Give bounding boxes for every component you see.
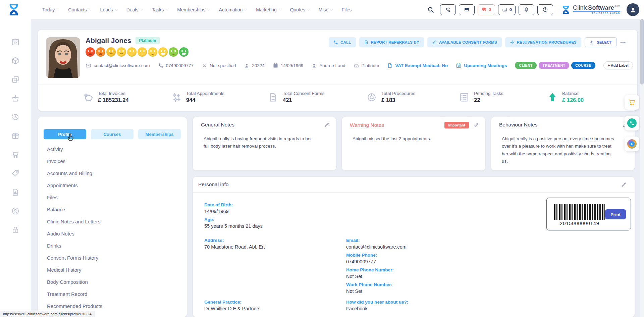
floating-ai-button[interactable]: AI (625, 137, 639, 151)
tab[interactable]: Courses (91, 129, 133, 139)
menu-item[interactable]: Drinks (47, 240, 180, 252)
nav-item[interactable]: Files (342, 7, 352, 12)
contact-item[interactable]: 14/09/1969 (273, 63, 304, 68)
nav-item[interactable]: Automation (219, 7, 248, 12)
satisfaction-emoji[interactable] (169, 47, 178, 57)
satisfaction-emoji[interactable] (138, 47, 147, 57)
menu-item[interactable]: Accounts and Billing (47, 167, 180, 179)
client-photo[interactable] (46, 37, 80, 78)
sidebar-history-button[interactable] (11, 113, 20, 121)
emoji-mouth (99, 53, 102, 55)
satisfaction-emoji[interactable] (158, 47, 168, 57)
menu-item[interactable]: Invoices (47, 155, 180, 167)
sidebar-account-security-button[interactable] (11, 207, 20, 215)
clinicsoftware-logo-icon[interactable] (7, 2, 21, 17)
search-icon[interactable] (427, 6, 434, 13)
sidebar-reports-button[interactable] (11, 188, 20, 197)
menu-item[interactable]: Body Composition (47, 276, 180, 288)
menu-item[interactable]: Files (47, 192, 180, 204)
stat-value: 944 (186, 97, 224, 103)
top-bar: Today Contacts Leads Deals Tasks (0, 0, 644, 19)
nav-item[interactable]: Quotes (290, 7, 310, 12)
satisfaction-emoji[interactable] (106, 47, 116, 57)
tab[interactable]: Profile (44, 129, 86, 139)
contact-item[interactable]: contact@clinicsoftware.com (86, 63, 150, 68)
nav-item[interactable]: Tasks (152, 7, 169, 12)
menu-item[interactable]: Audio Notes (47, 228, 180, 240)
satisfaction-emoji[interactable] (117, 47, 126, 57)
edit-pencil-icon[interactable] (473, 122, 479, 128)
nav-item[interactable]: Leads (100, 7, 118, 12)
client-label-tag[interactable]: TREATMENT (539, 62, 570, 69)
sidebar-bookings-button[interactable] (11, 94, 20, 103)
menu-item[interactable]: Treatment Record (47, 288, 180, 300)
sidebar-lock-button[interactable] (11, 225, 20, 234)
nav-item-label: Contacts (68, 7, 87, 12)
print-barcode-button[interactable]: Print (605, 209, 626, 219)
contact-item[interactable]: VAT Exempt Medical: No (387, 63, 448, 68)
nav-item[interactable]: Contacts (68, 7, 92, 12)
stat-item: Balance £ 126.00 (547, 91, 584, 103)
contact-item[interactable]: Upcoming Meetings (456, 63, 507, 68)
shop-button[interactable]: 0 (498, 4, 516, 15)
client-label-tag[interactable]: CLIENT (515, 62, 536, 69)
emoji-mouth (151, 52, 155, 55)
sidebar-shop-button[interactable] (11, 150, 20, 159)
more-options-button[interactable]: ••• (620, 40, 626, 45)
sidebar-calendar-button[interactable] (11, 38, 20, 46)
satisfaction-emoji[interactable] (127, 47, 137, 57)
client-action-button[interactable]: REPORT REFERRALS BY (359, 37, 424, 47)
contact-item[interactable]: 20224 (244, 63, 265, 68)
client-action-button[interactable]: AVAILABLE CONSENT FORMS (427, 37, 502, 47)
client-action-button[interactable]: CALL (329, 37, 356, 47)
sidebar-duplicates-button[interactable] (11, 75, 20, 84)
client-action-button[interactable]: REJUVENATION PROCEDURES (505, 37, 581, 47)
client-label-tag[interactable]: COURSE (571, 62, 595, 69)
contact-item[interactable]: Andree Land (311, 63, 345, 68)
menu-item[interactable]: Appointments (47, 179, 180, 192)
menu-item[interactable]: Medical History (47, 264, 180, 276)
messages-button[interactable]: 3 (478, 4, 495, 15)
nav-item[interactable]: Deals (126, 7, 144, 12)
menu-item[interactable]: Balance (47, 204, 180, 216)
menu-item[interactable]: Consent Forms History (47, 252, 180, 264)
user-avatar[interactable] (627, 3, 639, 16)
nav-item[interactable]: Memberships (177, 7, 210, 12)
stat-icon (459, 92, 470, 103)
emoji-eyes (109, 50, 110, 52)
select-button[interactable]: SELECT (585, 37, 617, 47)
notifications-button[interactable] (519, 4, 534, 15)
edit-pencil-icon[interactable] (324, 122, 329, 128)
nav-item[interactable]: Misc (319, 7, 333, 12)
nav-item[interactable]: Marketing (256, 7, 281, 12)
contact-item[interactable]: Platinum (354, 63, 379, 68)
menu-item[interactable]: Clinic Notes and Letters (47, 216, 180, 228)
dialer-button[interactable] (440, 4, 456, 15)
ai-icon: AI (627, 139, 637, 149)
inbox-button[interactable] (459, 4, 475, 15)
contact-item[interactable]: Not specified (202, 63, 236, 68)
floating-cart-button[interactable] (625, 95, 639, 110)
satisfaction-emoji[interactable] (86, 47, 95, 57)
client-stats-row: Total Invoices £ 185231.24 Total Appoint… (38, 89, 637, 109)
satisfaction-emoji[interactable] (96, 47, 105, 57)
floating-call-button[interactable] (625, 116, 639, 130)
nav-item-label: Automation (219, 7, 243, 12)
shop-count-badge: 0 (509, 7, 512, 12)
satisfaction-emoji[interactable] (148, 47, 157, 57)
sidebar-products-button[interactable] (11, 56, 20, 65)
chevron-down-icon (115, 8, 118, 12)
tab[interactable]: Memberships (138, 129, 181, 139)
scrollbar-thumb[interactable] (640, 19, 644, 85)
satisfaction-emoji[interactable] (179, 47, 189, 57)
menu-item[interactable]: Activity (47, 143, 180, 155)
vertical-scrollbar[interactable] (640, 19, 644, 317)
sidebar-pricing-button[interactable] (11, 169, 20, 178)
sidebar-gift-vouchers-button[interactable] (11, 131, 20, 140)
contact-item[interactable]: 07490009777 (158, 63, 194, 68)
chevron-down-icon (278, 8, 282, 12)
edit-pencil-icon[interactable] (621, 182, 627, 188)
add-label-button[interactable]: + Add Label (603, 61, 633, 69)
nav-item[interactable]: Today (42, 7, 60, 12)
help-button[interactable] (537, 4, 553, 15)
